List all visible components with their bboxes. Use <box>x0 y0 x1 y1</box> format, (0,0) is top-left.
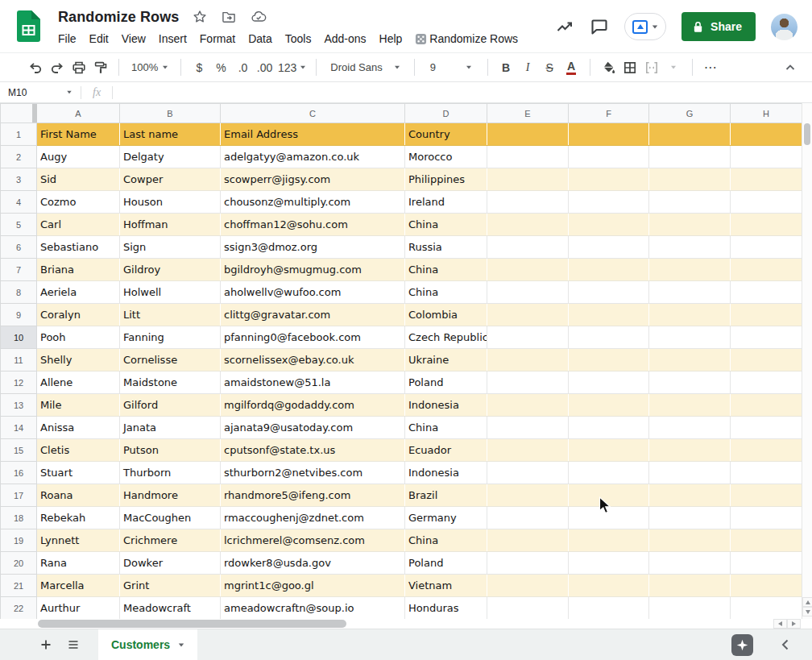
cell-D2[interactable]: Morocco <box>405 146 487 168</box>
row-header-17[interactable]: 17 <box>1 484 37 507</box>
cell-F21[interactable] <box>569 575 649 597</box>
formula-input[interactable] <box>113 82 812 102</box>
cell-F22[interactable] <box>569 597 649 620</box>
cell-D13[interactable]: Indonesia <box>405 394 487 417</box>
cell-A16[interactable]: Stuart <box>37 462 120 484</box>
cell-G19[interactable] <box>649 529 731 552</box>
cell-A17[interactable]: Roana <box>37 484 120 507</box>
cell-F12[interactable] <box>569 372 649 394</box>
row-header-9[interactable]: 9 <box>1 304 37 326</box>
cell-G10[interactable] <box>649 326 731 349</box>
menu-item-help[interactable]: Help <box>373 31 409 47</box>
cell-H1[interactable] <box>731 123 802 146</box>
cell-G18[interactable] <box>649 507 731 529</box>
menu-item-randomize-rows-addon[interactable]: Randomize Rows <box>408 31 524 47</box>
row-header-2[interactable]: 2 <box>1 146 37 168</box>
sheets-logo-icon[interactable] <box>17 10 40 42</box>
cell-A6[interactable]: Sebastiano <box>37 236 120 259</box>
cell-E7[interactable] <box>487 259 569 281</box>
cell-C13[interactable]: mgilfordq@godaddy.com <box>221 394 405 417</box>
cell-F4[interactable] <box>569 191 649 214</box>
cell-G15[interactable] <box>649 439 731 462</box>
cell-H13[interactable] <box>731 394 802 417</box>
cell-F16[interactable] <box>569 462 649 484</box>
redo-button[interactable] <box>46 57 68 78</box>
vertical-scrollbar-thumb[interactable] <box>804 123 810 145</box>
cell-B11[interactable]: Cornelisse <box>120 349 221 372</box>
cell-C18[interactable]: rmaccoughenj@zdnet.com <box>221 507 405 529</box>
share-button[interactable]: Share <box>682 12 756 41</box>
cell-D10[interactable]: Czech Republic <box>405 326 487 349</box>
cell-G20[interactable] <box>649 552 731 575</box>
cell-H10[interactable] <box>731 326 802 349</box>
cell-C17[interactable]: rhandmore5@ifeng.com <box>221 484 405 507</box>
cell-B3[interactable]: Cowper <box>120 168 221 191</box>
print-button[interactable] <box>68 57 89 78</box>
cell-A3[interactable]: Sid <box>37 168 120 191</box>
sheet-tab-menu-icon[interactable] <box>179 643 184 646</box>
menu-item-data[interactable]: Data <box>242 31 279 47</box>
present-button[interactable] <box>624 13 666 40</box>
cell-D20[interactable]: Poland <box>405 552 487 575</box>
column-header-d[interactable]: D <box>405 104 487 123</box>
move-to-folder-icon[interactable] <box>221 9 237 25</box>
cell-B20[interactable]: Dowker <box>120 552 221 575</box>
cell-F11[interactable] <box>569 349 649 372</box>
cell-C21[interactable]: mgrint1c@goo.gl <box>221 575 405 597</box>
cell-H19[interactable] <box>731 529 802 552</box>
cell-C2[interactable]: adelgatyy@amazon.co.uk <box>221 146 405 168</box>
name-box[interactable]: M10 <box>0 82 81 102</box>
menu-item-view[interactable]: View <box>115 31 152 47</box>
cell-A10[interactable]: Pooh <box>37 326 120 349</box>
column-header-e[interactable]: E <box>487 104 569 123</box>
scroll-up-button[interactable] <box>802 597 812 607</box>
menu-item-insert[interactable]: Insert <box>152 31 193 47</box>
cell-E16[interactable] <box>487 462 569 484</box>
cell-A12[interactable]: Allene <box>37 372 120 394</box>
cell-B15[interactable]: Putson <box>120 439 221 462</box>
cell-D11[interactable]: Ukraine <box>405 349 487 372</box>
cell-E3[interactable] <box>487 168 569 191</box>
cell-C19[interactable]: lcrichmerel@comsenz.com <box>221 529 405 552</box>
bold-button[interactable]: B <box>495 57 517 78</box>
cell-H21[interactable] <box>731 575 802 597</box>
row-header-7[interactable]: 7 <box>1 259 37 281</box>
cell-E1[interactable] <box>487 123 569 146</box>
explore-button[interactable] <box>731 634 753 656</box>
cell-F15[interactable] <box>569 439 649 462</box>
row-header-14[interactable]: 14 <box>1 417 37 439</box>
cell-F2[interactable] <box>569 146 649 168</box>
row-header-10[interactable]: 10 <box>1 326 37 349</box>
cell-G11[interactable] <box>649 349 731 372</box>
insights-icon[interactable] <box>555 17 574 36</box>
zoom-select[interactable]: 100% <box>126 57 173 78</box>
cell-B10[interactable]: Fanning <box>120 326 221 349</box>
cell-B12[interactable]: Maidstone <box>120 372 221 394</box>
row-header-8[interactable]: 8 <box>1 281 37 304</box>
column-header-g[interactable]: G <box>649 104 731 123</box>
row-header-13[interactable]: 13 <box>1 394 37 417</box>
cell-A18[interactable]: Rebekah <box>37 507 120 529</box>
cell-F20[interactable] <box>569 552 649 575</box>
cell-G7[interactable] <box>649 259 731 281</box>
italic-button[interactable]: I <box>517 57 539 78</box>
column-header-b[interactable]: B <box>120 104 221 123</box>
more-formats-button[interactable]: 123 <box>276 57 309 78</box>
cell-D4[interactable]: Ireland <box>405 191 487 214</box>
cell-G14[interactable] <box>649 417 731 439</box>
collapse-toolbar-icon[interactable] <box>779 57 801 78</box>
cell-H11[interactable] <box>731 349 802 372</box>
cell-G8[interactable] <box>649 281 731 304</box>
cell-H20[interactable] <box>731 552 802 575</box>
cell-D1[interactable]: Country <box>405 123 487 146</box>
cell-F18[interactable] <box>569 507 649 529</box>
all-sheets-button[interactable] <box>61 633 85 657</box>
cell-D3[interactable]: Philippines <box>405 168 487 191</box>
cell-F9[interactable] <box>569 304 649 326</box>
cell-B4[interactable]: Houson <box>120 191 221 214</box>
row-header-11[interactable]: 11 <box>1 349 37 372</box>
cell-A15[interactable]: Cletis <box>37 439 120 462</box>
fill-color-button[interactable] <box>598 57 619 78</box>
cell-B18[interactable]: MacCoughen <box>120 507 221 529</box>
cell-G21[interactable] <box>649 575 731 597</box>
